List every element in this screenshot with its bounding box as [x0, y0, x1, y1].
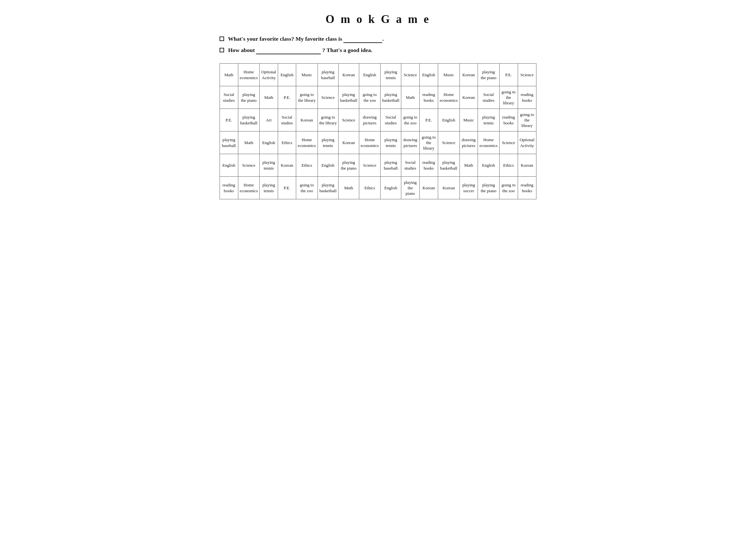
table-row: going to the library: [499, 86, 518, 109]
table-row: P.E.: [419, 109, 438, 132]
table-row: reading books: [419, 154, 438, 177]
table-row: reading books: [499, 109, 518, 132]
table-row: English: [381, 177, 401, 199]
omok-grid: MathHome economicsOptional ActivityEngli…: [220, 63, 536, 199]
table-row: Ethics: [296, 154, 317, 177]
table-row: playing basketball: [238, 109, 260, 132]
table-row: Home economics: [238, 64, 260, 86]
table-row: Korean: [459, 86, 478, 109]
prompt1-suffix: .: [382, 36, 384, 42]
table-row: English: [438, 109, 459, 132]
table-row: Science: [518, 64, 536, 86]
table-row: Social studies: [220, 86, 238, 109]
table-row: going to the library: [296, 86, 317, 109]
table-row: reading books: [518, 177, 536, 199]
table-row: Music: [438, 64, 459, 86]
table-row: playing baseball: [317, 64, 338, 86]
table-row: English: [359, 64, 380, 86]
table-row: going to the zoo: [296, 177, 317, 199]
table-row: drawing pictures: [401, 132, 419, 154]
table-row: Home economics: [438, 86, 459, 109]
table-row: playing tennis: [381, 132, 401, 154]
table-row: going to the library: [317, 109, 338, 132]
prompt2-suffix: ? That's a good idea.: [322, 47, 372, 53]
table-row: English: [478, 154, 499, 177]
table-row: reading books: [518, 86, 536, 109]
table-row: P.E.: [499, 64, 518, 86]
table-row: English: [317, 154, 338, 177]
table-row: Korean: [459, 64, 478, 86]
table-row: Science: [238, 154, 260, 177]
table-row: Korean: [338, 132, 359, 154]
table-row: Music: [459, 109, 478, 132]
table-row: Social studies: [381, 109, 401, 132]
table-row: Science: [359, 154, 380, 177]
table-row: going to the zoo: [401, 109, 419, 132]
table-row: Optional Activity: [518, 132, 536, 154]
table-row: Social studies: [278, 109, 296, 132]
table-row: Home economics: [238, 177, 260, 199]
table-row: playing basketball: [338, 86, 359, 109]
table-row: Korean: [296, 109, 317, 132]
table-row: Math: [260, 86, 278, 109]
table-row: Math: [459, 154, 478, 177]
prompt2: How about ? That's a good idea.: [220, 47, 536, 54]
table-row: P.E.: [278, 177, 296, 199]
table-row: Korean: [338, 64, 359, 86]
table-row: Social studies: [401, 154, 419, 177]
table-row: Math: [338, 177, 359, 199]
table-row: English: [220, 154, 238, 177]
table-row: playing the piano: [478, 177, 499, 199]
table-row: Social studies: [478, 86, 499, 109]
table-row: playing tennis: [381, 64, 401, 86]
table-row: drawing pictures: [459, 132, 478, 154]
table-row: drawing pictures: [359, 109, 380, 132]
table-row: playing soccer: [459, 177, 478, 199]
table-row: Music: [296, 64, 317, 86]
table-row: English: [260, 132, 278, 154]
table-row: Optional Activity: [260, 64, 278, 86]
table-row: Art: [260, 109, 278, 132]
table-row: Math: [238, 132, 260, 154]
table-row: playing tennis: [260, 177, 278, 199]
table-row: P.E.: [278, 86, 296, 109]
table-row: reading books: [419, 86, 438, 109]
table-row: playing the piano: [401, 177, 419, 199]
table-row: playing basketball: [317, 177, 338, 199]
checkbox1: [220, 37, 224, 41]
table-row: Science: [401, 64, 419, 86]
table-row: playing tennis: [317, 132, 338, 154]
table-row: playing baseball: [381, 154, 401, 177]
prompt2-prefix: How about: [228, 47, 256, 53]
table-row: Korean: [419, 177, 438, 199]
table-row: P.E.: [220, 109, 238, 132]
blank2: [256, 47, 321, 54]
table-row: going to the zoo: [499, 177, 518, 199]
table-row: Math: [401, 86, 419, 109]
table-row: Science: [438, 132, 459, 154]
checkbox2: [220, 48, 224, 52]
table-row: playing tennis: [260, 154, 278, 177]
table-row: Science: [338, 109, 359, 132]
page-title: O m o k G a m e: [220, 13, 536, 26]
table-row: going to the library: [518, 109, 536, 132]
table-row: playing basketball: [438, 154, 459, 177]
table-row: Home economics: [478, 132, 499, 154]
table-row: reading books: [220, 177, 238, 199]
table-row: playing tennis: [478, 109, 499, 132]
table-row: playing basketball: [381, 86, 401, 109]
prompt1-text: What's your favorite class? My favorite …: [228, 36, 343, 42]
prompt1: What's your favorite class? My favorite …: [220, 36, 536, 43]
table-row: Ethics: [278, 132, 296, 154]
table-row: going to the zoo: [359, 86, 380, 109]
table-row: English: [278, 64, 296, 86]
table-row: Math: [220, 64, 238, 86]
blank1: [343, 36, 382, 43]
table-row: Science: [499, 132, 518, 154]
table-row: playing the piano: [338, 154, 359, 177]
table-row: Science: [317, 86, 338, 109]
table-row: Korean: [278, 154, 296, 177]
table-row: Home economics: [359, 132, 380, 154]
table-row: playing the piano: [238, 86, 260, 109]
table-row: playing baseball: [220, 132, 238, 154]
